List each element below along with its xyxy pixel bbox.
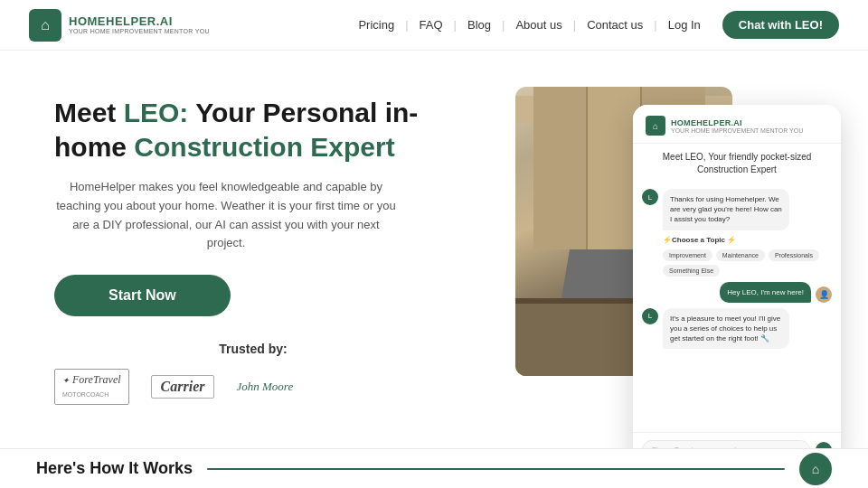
foretravel-logo: ✦ ForeTravel MOTORCOACH	[54, 369, 129, 405]
chip-maintenance[interactable]: Maintenance	[716, 249, 765, 261]
hero-subtext: HomeHelper makes you feel knowledgeable …	[54, 178, 398, 253]
user-message-1: Hey LEO, I'm new here! 👤	[642, 282, 832, 303]
chat-body: L Thanks for using Homehelper. We are ve…	[633, 183, 841, 432]
chat-logo-text-area: HOMEHELPER.AI YOUR HOME IMPROVEMENT MENT…	[671, 118, 803, 134]
logo-icon: ⌂	[29, 9, 61, 42]
bottom-circle-icon: ⌂	[799, 453, 832, 485]
logo-main-text: HOMEHELPER.AI	[69, 15, 210, 28]
chip-improvement[interactable]: Improvement	[663, 249, 712, 261]
chat-logo-sub: YOUR HOME IMPROVEMENT MENTOR YOU	[671, 127, 803, 134]
bot-message-2: L It's a pleasure to meet you! I'll give…	[642, 308, 832, 350]
trusted-label: Trusted by:	[54, 342, 452, 356]
nav-contact[interactable]: Contact us	[580, 18, 650, 32]
nav-about[interactable]: About us	[508, 18, 569, 32]
bottom-divider-line	[207, 468, 785, 470]
choose-topic-label: ⚡Choose a Topic ⚡	[642, 236, 832, 244]
logo-sub-text: YOUR HOME IMPROVEMENT MENTOR YOU	[69, 28, 210, 35]
chip-something-else[interactable]: Something Else	[663, 265, 720, 277]
headline-expert: Construction Expert	[134, 132, 394, 162]
chat-card-header: ⌂ HOMEHELPER.AI YOUR HOME IMPROVEMENT ME…	[633, 105, 841, 144]
bot-bubble-1: Thanks for using Homehelper. We are very…	[663, 189, 789, 230]
bot-avatar-2: L	[642, 308, 658, 324]
johnmoore-logo: John Moore	[236, 380, 293, 394]
navbar: ⌂ HOMEHELPER.AI YOUR HOME IMPROVEMENT ME…	[0, 0, 868, 51]
hero-left: Meet LEO: Your Personal in-home Construc…	[54, 87, 452, 405]
headline-pre: Meet	[54, 98, 124, 127]
chat-card-title: Meet LEO, Your friendly pocket-sized Con…	[633, 144, 841, 183]
user-avatar-1: 👤	[816, 286, 832, 303]
start-now-button[interactable]: Start Now	[54, 275, 231, 316]
nav-blog[interactable]: Blog	[460, 18, 498, 32]
headline-leo: LEO:	[124, 98, 189, 127]
bottom-home-icon: ⌂	[812, 462, 819, 476]
carrier-logo: Carrier	[151, 375, 215, 399]
main-content: Meet LEO: Your Personal in-home Construc…	[0, 51, 868, 448]
logo-text: HOMEHELPER.AI YOUR HOME IMPROVEMENT MENT…	[69, 15, 210, 35]
user-bubble-1: Hey LEO, I'm new here!	[720, 282, 811, 303]
bot-message-1: L Thanks for using Homehelper. We are ve…	[642, 189, 832, 230]
chip-row: Improvement Maintenance Professionals So…	[642, 249, 832, 277]
bot-avatar-1: L	[642, 189, 658, 205]
hero-right: ⌂ HOMEHELPER.AI YOUR HOME IMPROVEMENT ME…	[488, 87, 814, 484]
hero-headline: Meet LEO: Your Personal in-home Construc…	[54, 96, 452, 164]
nav-links: Pricing | FAQ | Blog | About us | Contac…	[351, 11, 839, 39]
nav-login[interactable]: Log In	[661, 18, 708, 32]
bot-bubble-2: It's a pleasure to meet you! I'll give y…	[663, 308, 789, 350]
chat-logo-icon: ⌂	[646, 116, 665, 136]
chat-logo-text: HOMEHELPER.AI	[671, 118, 803, 127]
nav-faq[interactable]: FAQ	[412, 18, 450, 32]
chip-professionals[interactable]: Professionals	[769, 249, 819, 261]
how-it-works-title: Here's How It Works	[36, 459, 193, 478]
chat-cta-button[interactable]: Chat with LEO!	[722, 11, 839, 39]
brand-logos: ✦ ForeTravel MOTORCOACH Carrier John Moo…	[54, 369, 452, 405]
nav-pricing[interactable]: Pricing	[351, 18, 401, 32]
kitchen-cabinet-1	[533, 87, 588, 249]
logo: ⌂ HOMEHELPER.AI YOUR HOME IMPROVEMENT ME…	[29, 9, 210, 42]
bottom-bar: Here's How It Works ⌂	[0, 448, 868, 488]
chat-card: ⌂ HOMEHELPER.AI YOUR HOME IMPROVEMENT ME…	[633, 105, 841, 466]
